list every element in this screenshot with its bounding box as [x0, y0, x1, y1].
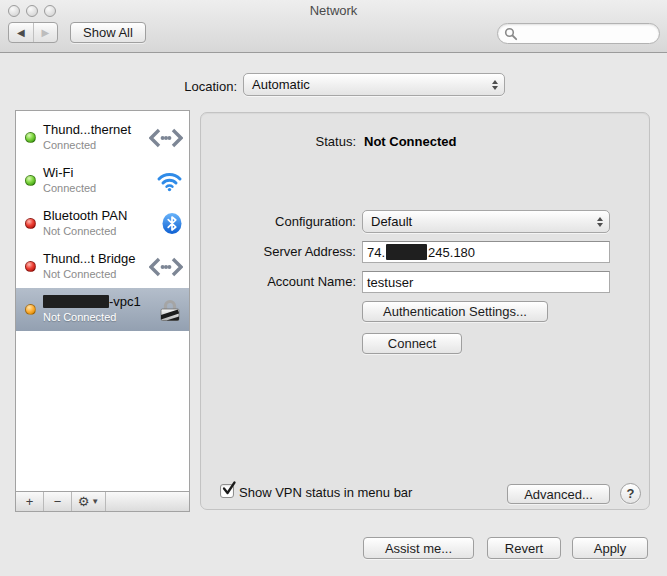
status-dot-red — [25, 218, 36, 229]
service-row-bluetooth-pan[interactable]: Bluetooth PAN Not Connected — [16, 202, 189, 245]
popup-stepper-icon — [492, 80, 498, 90]
service-list: Thund...thernet Connected Wi-Fi Connecte… — [16, 111, 189, 491]
account-name-label: Account Name: — [201, 274, 356, 289]
add-service-button[interactable]: + — [16, 492, 44, 511]
server-address-suffix: 245.180 — [428, 245, 475, 260]
popup-stepper-icon — [597, 217, 603, 227]
forward-button[interactable]: ▶ — [34, 23, 58, 42]
location-label: Location: — [0, 79, 237, 94]
back-button[interactable]: ◀ — [9, 23, 34, 42]
bluetooth-icon — [161, 212, 183, 235]
status-dot-green — [25, 175, 36, 186]
status-dot-green — [25, 132, 36, 143]
account-name-field[interactable]: testuser — [362, 271, 610, 293]
status-value: Not Connected — [364, 134, 456, 149]
server-address-label: Server Address: — [201, 244, 356, 259]
search-field[interactable] — [497, 23, 660, 44]
gear-icon: ⚙ — [78, 495, 90, 508]
assist-me-button[interactable]: Assist me... — [363, 537, 474, 559]
service-status: Not Connected — [43, 311, 141, 324]
status-label: Status: — [201, 134, 356, 149]
lock-icon — [157, 297, 183, 322]
status-dot-red — [25, 261, 36, 272]
service-row-wifi[interactable]: Wi-Fi Connected — [16, 159, 189, 202]
remove-service-button[interactable]: − — [44, 492, 72, 511]
service-name: -vpc1 — [43, 295, 141, 310]
server-address-prefix: 74. — [367, 245, 385, 260]
help-button[interactable]: ? — [620, 483, 641, 504]
chevron-down-icon: ▼ — [91, 497, 99, 506]
service-list-toolbar: + − ⚙ ▼ — [16, 491, 189, 511]
location-value: Automatic — [252, 77, 310, 92]
service-status: Not Connected — [43, 268, 136, 281]
back-icon: ◀ — [17, 27, 25, 38]
ethernet-icon — [149, 128, 183, 148]
search-icon — [504, 27, 518, 41]
service-row-thunderbolt-ethernet[interactable]: Thund...thernet Connected — [16, 116, 189, 159]
location-popup[interactable]: Automatic — [243, 73, 505, 96]
service-name: Wi-Fi — [43, 166, 96, 181]
service-name: Thund...t Bridge — [43, 252, 136, 267]
service-list-panel: Thund...thernet Connected Wi-Fi Connecte… — [15, 110, 190, 512]
status-dot-orange — [25, 304, 36, 315]
configuration-popup[interactable]: Default — [362, 210, 610, 233]
redaction-box — [43, 295, 109, 308]
checkmark-icon — [222, 481, 236, 495]
apply-button[interactable]: Apply — [572, 537, 648, 559]
configuration-label: Configuration: — [201, 214, 356, 229]
detail-pane: Status: Not Connected Configuration: Def… — [200, 112, 650, 510]
service-actions-button[interactable]: ⚙ ▼ — [72, 492, 106, 511]
ethernet-icon — [149, 257, 183, 277]
search-input[interactable] — [521, 27, 651, 41]
service-row-vpn-selected[interactable]: -vpc1 Not Connected — [16, 288, 189, 331]
service-name: Thund...thernet — [43, 123, 131, 138]
configuration-value: Default — [371, 214, 412, 229]
authentication-settings-button[interactable]: Authentication Settings... — [362, 301, 548, 322]
show-all-button[interactable]: Show All — [70, 22, 146, 43]
service-status: Connected — [43, 182, 96, 195]
service-row-thunderbolt-bridge[interactable]: Thund...t Bridge Not Connected — [16, 245, 189, 288]
forward-icon: ▶ — [41, 27, 49, 38]
show-vpn-status-checkbox[interactable] — [220, 484, 234, 498]
nav-segmented-control: ◀ ▶ — [8, 22, 58, 43]
show-vpn-status-label: Show VPN status in menu bar — [239, 485, 412, 500]
service-status: Connected — [43, 139, 131, 152]
wifi-icon — [156, 170, 183, 192]
title-bar: Network ◀ ▶ Show All — [0, 0, 667, 53]
server-address-field[interactable]: 74.245.180 — [362, 241, 610, 263]
redaction-box — [386, 244, 427, 260]
service-name: Bluetooth PAN — [43, 209, 127, 224]
connect-button[interactable]: Connect — [362, 333, 462, 354]
account-name-value: testuser — [367, 275, 413, 290]
window-title: Network — [0, 3, 667, 18]
revert-button[interactable]: Revert — [487, 537, 561, 559]
service-status: Not Connected — [43, 225, 127, 238]
advanced-button[interactable]: Advanced... — [507, 484, 610, 504]
